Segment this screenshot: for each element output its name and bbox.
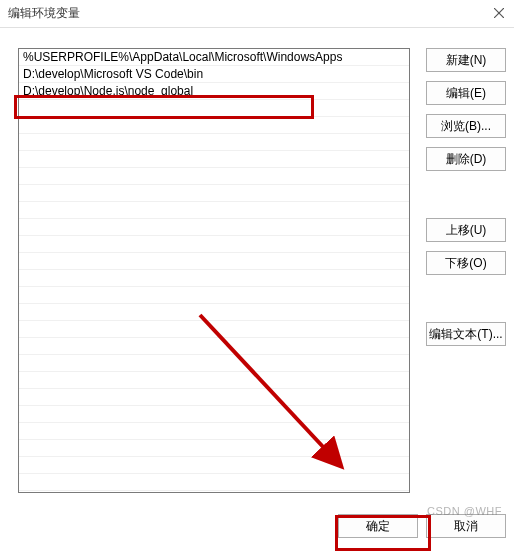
path-entry-blank[interactable] (19, 253, 409, 270)
path-entry-blank[interactable] (19, 270, 409, 287)
new-button[interactable]: 新建(N) (426, 48, 506, 72)
path-entry-blank[interactable] (19, 304, 409, 321)
path-entry-blank[interactable] (19, 134, 409, 151)
window-title: 编辑环境变量 (8, 5, 80, 22)
path-entry-blank[interactable] (19, 338, 409, 355)
path-entry-blank[interactable] (19, 440, 409, 457)
path-entry-blank[interactable] (19, 117, 409, 134)
path-entry-blank[interactable] (19, 406, 409, 423)
path-entry-blank[interactable] (19, 355, 409, 372)
path-entry-blank[interactable] (19, 219, 409, 236)
path-entry-blank[interactable] (19, 100, 409, 117)
path-entry-blank[interactable] (19, 321, 409, 338)
path-entry-blank[interactable] (19, 287, 409, 304)
dialog-content: %USERPROFILE%\AppData\Local\Microsoft\Wi… (0, 28, 514, 551)
path-entry-blank[interactable] (19, 151, 409, 168)
path-entry-blank[interactable] (19, 168, 409, 185)
close-icon[interactable] (492, 6, 506, 20)
path-list[interactable]: %USERPROFILE%\AppData\Local\Microsoft\Wi… (18, 48, 410, 493)
path-entry-blank[interactable] (19, 236, 409, 253)
edit-button[interactable]: 编辑(E) (426, 81, 506, 105)
move-up-button[interactable]: 上移(U) (426, 218, 506, 242)
path-entry-blank[interactable] (19, 202, 409, 219)
path-entry[interactable]: D:\develop\Node.js\node_global (19, 83, 409, 100)
side-button-column: 新建(N) 编辑(E) 浏览(B)... 删除(D) 上移(U) 下移(O) 编… (426, 48, 506, 355)
path-entry-blank[interactable] (19, 185, 409, 202)
move-down-button[interactable]: 下移(O) (426, 251, 506, 275)
path-entry-blank[interactable] (19, 372, 409, 389)
path-entry[interactable]: %USERPROFILE%\AppData\Local\Microsoft\Wi… (19, 49, 409, 66)
window-titlebar: 编辑环境变量 (0, 0, 514, 28)
browse-button[interactable]: 浏览(B)... (426, 114, 506, 138)
path-entry[interactable]: D:\develop\Microsoft VS Code\bin (19, 66, 409, 83)
ok-button[interactable]: 确定 (338, 514, 418, 538)
path-entry-blank[interactable] (19, 457, 409, 474)
cancel-button[interactable]: 取消 (426, 514, 506, 538)
delete-button[interactable]: 删除(D) (426, 147, 506, 171)
path-entry-blank[interactable] (19, 423, 409, 440)
edit-text-button[interactable]: 编辑文本(T)... (426, 322, 506, 346)
path-entry-blank[interactable] (19, 474, 409, 491)
dialog-bottom-buttons: 确定 取消 (338, 514, 506, 547)
path-entry-blank[interactable] (19, 389, 409, 406)
